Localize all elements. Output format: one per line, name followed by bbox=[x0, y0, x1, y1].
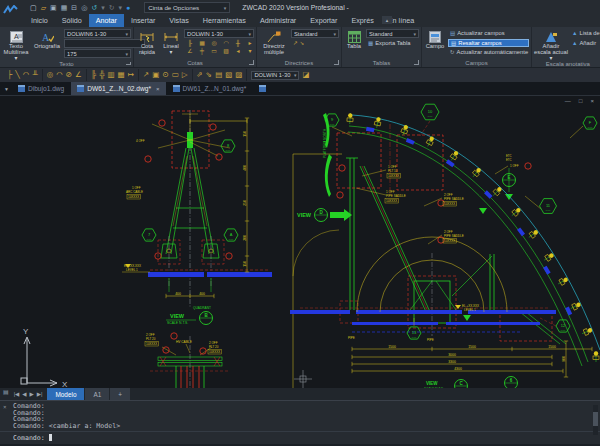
dim-toolbar-icon-2-4[interactable]: ↦ bbox=[128, 69, 134, 81]
add-scale-button[interactable]: ▲ Añadir bbox=[570, 39, 600, 48]
dim-toolbar-icon-4-2[interactable]: ▤ bbox=[215, 69, 222, 81]
layout-tab-+[interactable]: + bbox=[110, 388, 130, 400]
dim-toolbar-icon-2-0[interactable]: ╠ bbox=[91, 69, 96, 81]
dim-toolbar-icon-2-1[interactable]: ╬ bbox=[99, 69, 104, 81]
dim-toolbar-icon-4-3[interactable]: ▧ bbox=[225, 69, 232, 81]
new-file-icon[interactable]: ▢ bbox=[30, 4, 37, 12]
ribbon-tab-inicio[interactable]: Inicio bbox=[24, 14, 55, 27]
dim-tool-icon-6[interactable]: ∠ bbox=[184, 47, 196, 55]
dim-tool-icon-0[interactable]: ╟ bbox=[184, 39, 196, 47]
command-window[interactable]: × Comando:Comando:Comando:Comando: <camb… bbox=[0, 400, 600, 444]
layout-nav-2[interactable]: ▶ bbox=[30, 391, 34, 397]
restore-icon[interactable]: □ bbox=[579, 98, 583, 104]
mtext-button[interactable]: A Texto Multilínea ▾ bbox=[2, 29, 30, 62]
dim-toolbar-icon-4-4[interactable]: ▨ bbox=[235, 69, 242, 81]
ribbon-tab-anotar[interactable]: Anotar bbox=[89, 14, 124, 27]
text-style-combo[interactable]: DOLWIN6 1-30▾ bbox=[64, 29, 131, 38]
dim-toolbar-icon-3-1[interactable]: ▣ bbox=[152, 69, 159, 81]
dim-toolbar-icon-0-2[interactable]: ◠ bbox=[23, 69, 30, 81]
dim-toolbar-icon-1-2[interactable]: ⊘ bbox=[66, 69, 72, 81]
dim-toolbar-icon-1-3[interactable]: ∠ bbox=[75, 69, 82, 81]
dim-toolbar-icon-3-2[interactable]: ⊙ bbox=[162, 69, 168, 81]
dim-tool-icon-10[interactable]: ◂ bbox=[232, 47, 244, 55]
dim-style-toolbar-combo[interactable]: DOLWIN 1-30▾ bbox=[251, 71, 299, 80]
dim-tool-icon-8[interactable]: ▭ bbox=[208, 47, 220, 55]
undo-icon[interactable]: ↺ bbox=[91, 4, 97, 12]
save-all-icon[interactable]: ▦ bbox=[61, 4, 68, 12]
dim-toolbar-icon-3-0[interactable]: ↗ bbox=[143, 69, 149, 81]
dim-tool-icon-2[interactable]: ◎ bbox=[208, 39, 220, 47]
auto-update-button[interactable]: ↻ Actualizar automáticamente ▾ bbox=[448, 48, 529, 57]
preview-icon[interactable]: ◎ bbox=[81, 4, 87, 12]
mleader-tool-icon-1[interactable]: ↘ bbox=[300, 40, 305, 46]
dim-toolbar-icon-0-0[interactable]: ├ bbox=[7, 69, 12, 81]
ribbon-style-dropdown[interactable]: Cinta de Opciones ▾ bbox=[144, 2, 230, 13]
dim-toolbar-icon-0-1[interactable]: ╲ bbox=[15, 69, 20, 81]
spell-check-button[interactable]: A Ortografía bbox=[32, 29, 62, 62]
layout-nav-0[interactable]: |◀ bbox=[14, 391, 20, 397]
dim-tool-icon-4[interactable]: ╫ bbox=[232, 39, 244, 47]
dim-tool-icon-5[interactable]: ▸ bbox=[244, 39, 256, 47]
dialog-launcher-icon[interactable] bbox=[249, 60, 254, 65]
ribbon-tab-vistas[interactable]: Vistas bbox=[162, 14, 195, 27]
command-close-icon[interactable]: × bbox=[3, 404, 7, 410]
add-current-scale-button[interactable]: Añadir escala actual ▾ bbox=[534, 29, 568, 62]
print-icon[interactable]: ⊟ bbox=[71, 4, 77, 12]
ribbon-tab-insertar[interactable]: Insertar bbox=[124, 14, 162, 27]
dialog-launcher-icon[interactable] bbox=[126, 62, 131, 65]
ribbon-tab-expr-s[interactable]: Exprés bbox=[344, 14, 380, 27]
undo-dropdown-icon[interactable]: ▾ bbox=[101, 4, 105, 12]
dim-tool-icon-3[interactable]: ◠ bbox=[220, 39, 232, 47]
document-tab-2[interactable]: DW61_Z...N_01.dwg* bbox=[167, 82, 253, 95]
document-tab-1[interactable]: DW61_Z...N_02.dwg*× bbox=[71, 82, 165, 95]
command-input[interactable]: Comando: bbox=[0, 431, 600, 443]
text-height-combo[interactable]: 175▾ bbox=[64, 49, 131, 58]
doc-tab-list-dropdown[interactable]: ▼ bbox=[2, 82, 11, 95]
mleader-button[interactable]: Directriz múltiple bbox=[259, 29, 289, 58]
dim-toolbar-icon-4-1[interactable]: ⇘ bbox=[206, 69, 212, 81]
close-icon[interactable]: × bbox=[590, 98, 594, 104]
dim-tool-icon-7[interactable]: ╪ bbox=[196, 47, 208, 55]
scale-list-button[interactable]: ▲ Lista de bbox=[570, 29, 600, 38]
update-fields-button[interactable]: ▤ Actualizar campos bbox=[448, 29, 529, 38]
dim-toolbar-icon-1-0[interactable]: ◎ bbox=[47, 69, 54, 81]
dim-toolbar-icon-1-1[interactable]: ◠ bbox=[56, 69, 63, 81]
drawing-area[interactable]: — □ × bbox=[0, 95, 600, 388]
command-scrollbar[interactable] bbox=[593, 405, 598, 435]
minimize-icon[interactable]: — bbox=[565, 98, 571, 104]
mleader-style-combo[interactable]: Standard▾ bbox=[291, 29, 339, 38]
dim-toolbar-icon-3-4[interactable]: ▷ bbox=[182, 69, 188, 81]
dim-toolbar-icon-2-3[interactable]: ▦ bbox=[118, 69, 125, 81]
dialog-launcher-icon[interactable] bbox=[334, 60, 339, 65]
mleader-tool-icon-0[interactable]: ↗ bbox=[293, 40, 298, 46]
close-tab-icon[interactable]: × bbox=[156, 86, 160, 92]
text-search-input[interactable] bbox=[64, 39, 145, 48]
new-drawing-button[interactable] bbox=[253, 82, 272, 95]
field-button[interactable]: Campo bbox=[424, 29, 446, 58]
ribbon-tab-exportar[interactable]: Exportar bbox=[303, 14, 344, 27]
layout-nav-3[interactable]: ▶| bbox=[37, 391, 43, 397]
dim-style-combo[interactable]: DOLWIN 1-30▾ bbox=[184, 29, 254, 38]
ribbon-tab-s-lido[interactable]: Sólido bbox=[55, 14, 89, 27]
save-icon[interactable]: ▣ bbox=[50, 4, 57, 12]
quick-dim-button[interactable]: Cota rápida bbox=[136, 29, 158, 58]
drawing-canvas[interactable]: 8XXX7XXXAXXX9XXX10XXX11XXX12XXX13XXXFXXX… bbox=[0, 96, 600, 388]
linear-dim-button[interactable]: Lineal ▾ bbox=[160, 29, 182, 58]
layout-nav-1[interactable]: ◀ bbox=[22, 391, 26, 397]
online-help-icon[interactable]: ● bbox=[126, 4, 130, 12]
dim-tool-icon-11[interactable]: ▾ bbox=[244, 47, 256, 55]
dim-toolbar-icon-4-0[interactable]: ⇗ bbox=[197, 69, 203, 81]
redo-icon[interactable]: ↻ bbox=[109, 4, 115, 12]
dim-tool-icon-9[interactable]: ▨ bbox=[220, 47, 232, 55]
dim-toolbar-icon-0-3[interactable]: ╨ bbox=[32, 69, 37, 81]
layout-tab-modelo[interactable]: Modelo bbox=[47, 388, 84, 400]
dim-tool-icon-1[interactable]: ▦ bbox=[196, 39, 208, 47]
table-button[interactable]: Tabla bbox=[344, 29, 364, 58]
redo-dropdown-icon[interactable]: ▾ bbox=[119, 4, 123, 12]
ribbon-tab-administrar[interactable]: Administrar bbox=[253, 14, 303, 27]
dim-toolbar-icon-2-2[interactable]: ▥ bbox=[108, 69, 115, 81]
table-style-combo[interactable]: Standard▾ bbox=[366, 29, 419, 38]
highlight-fields-button[interactable]: ▤ Resaltar campos bbox=[448, 39, 529, 48]
dim-toolbar-icon-tail[interactable]: ◪ bbox=[302, 69, 309, 81]
open-file-icon[interactable]: ▱ bbox=[41, 4, 46, 12]
